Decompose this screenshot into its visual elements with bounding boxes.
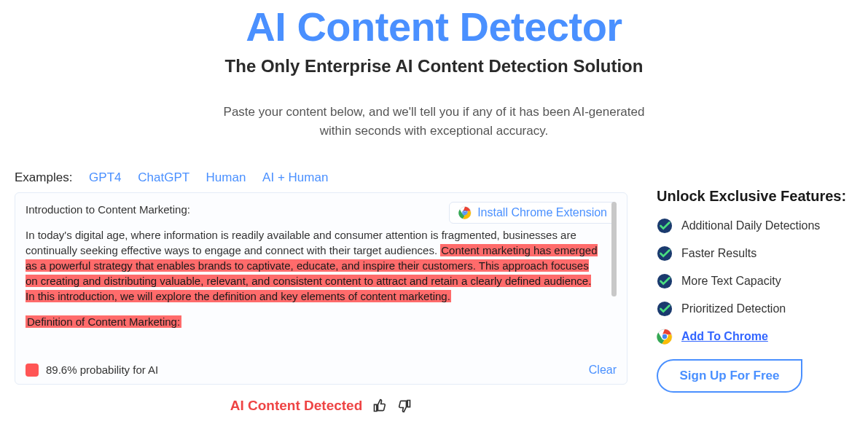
- clear-button[interactable]: Clear: [589, 364, 617, 377]
- result-text: AI Content Detected: [230, 398, 363, 414]
- chrome-icon: [458, 206, 472, 219]
- example-gpt4[interactable]: GPT4: [89, 170, 121, 184]
- svg-point-11: [662, 334, 667, 338]
- examples-row: Examples: GPT4 ChatGPT Human AI + Human: [15, 170, 627, 185]
- feature-label: Prioritized Detection: [681, 302, 786, 315]
- feature-label: Faster Results: [681, 247, 756, 260]
- detector-panel: Install Chrome Extension Introduction to…: [15, 192, 627, 385]
- page-description: Paste your content below, and we'll tell…: [179, 103, 689, 141]
- example-ai-human[interactable]: AI + Human: [262, 170, 328, 184]
- thumbs-up-button[interactable]: [372, 398, 387, 413]
- probability-indicator: 89.6% probability for AI: [26, 364, 158, 377]
- thumbs-down-button[interactable]: [397, 398, 412, 413]
- install-chrome-button[interactable]: Install Chrome Extension: [449, 202, 617, 224]
- probability-swatch: [26, 364, 39, 377]
- example-human[interactable]: Human: [206, 170, 246, 184]
- feature-label: Additional Daily Detections: [681, 219, 820, 232]
- feature-item: More Text Capacity: [657, 273, 853, 289]
- add-to-chrome-row: Add To Chrome: [657, 329, 853, 345]
- feature-label: More Text Capacity: [681, 275, 781, 288]
- feature-item: Additional Daily Detections: [657, 218, 853, 234]
- feature-item: Prioritized Detection: [657, 301, 853, 317]
- check-icon: [657, 301, 673, 317]
- example-chatgpt[interactable]: ChatGPT: [138, 170, 189, 184]
- probability-text: 89.6% probability for AI: [46, 364, 158, 376]
- page-title: AI Content Detector: [15, 3, 853, 50]
- features-title: Unlock Exclusive Features:: [657, 188, 853, 205]
- chrome-icon: [657, 329, 673, 345]
- page-subtitle: The Only Enterprise AI Content Detection…: [15, 56, 853, 76]
- svg-point-4: [464, 211, 466, 214]
- highlighted-subheading: Definition of Content Marketing:: [26, 315, 181, 328]
- examples-label: Examples:: [15, 170, 72, 184]
- signup-button[interactable]: Sign Up For Free: [657, 359, 802, 393]
- feature-item: Faster Results: [657, 245, 853, 262]
- add-to-chrome-link[interactable]: Add To Chrome: [681, 330, 768, 343]
- scrollbar[interactable]: [611, 202, 617, 296]
- check-icon: [657, 218, 673, 234]
- check-icon: [657, 245, 673, 262]
- check-icon: [657, 273, 673, 289]
- content-paragraph: In today's digital age, where informatio…: [26, 227, 602, 304]
